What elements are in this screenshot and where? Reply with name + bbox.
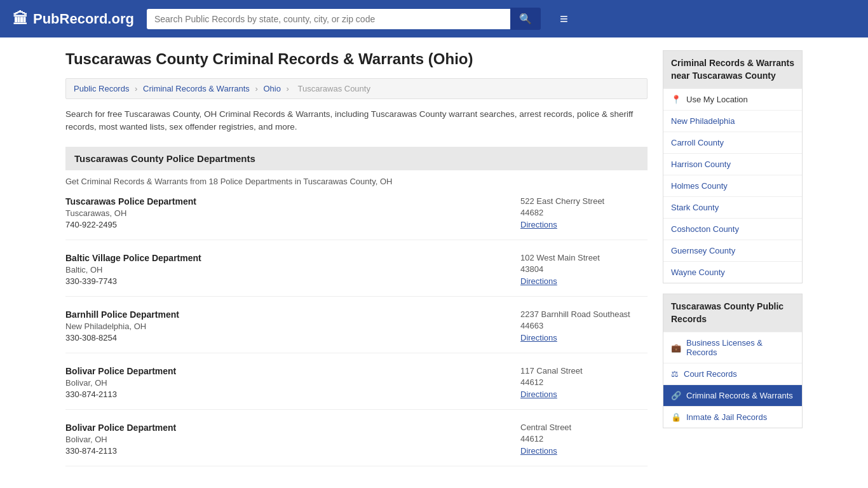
dept-city-state: New Philadelphia, OH xyxy=(65,322,179,331)
record-icon: 🔗 xyxy=(671,391,681,400)
section-header: Tuscarawas County Police Departments xyxy=(65,147,648,170)
directions-link[interactable]: Directions xyxy=(520,446,557,456)
search-bar: 🔍 xyxy=(147,8,541,30)
nearby-item[interactable]: Coshocton County xyxy=(663,218,802,240)
dept-address: 522 East Cherry Street xyxy=(520,196,648,206)
department-entry: Bolivar Police Department Bolivar, OH 33… xyxy=(65,423,648,466)
nearby-item[interactable]: Wayne County xyxy=(663,261,802,283)
dept-directions[interactable]: Directions xyxy=(520,276,648,286)
record-label: Court Records xyxy=(684,369,737,379)
page-container: Tuscarawas County Criminal Records & War… xyxy=(53,37,815,488)
dept-zip: 43804 xyxy=(520,264,648,274)
nearby-box: Criminal Records & Warrants near Tuscara… xyxy=(663,50,803,283)
dept-city-state: Tuscarawas, OH xyxy=(65,208,196,218)
breadcrumb-sep-3: › xyxy=(287,84,289,93)
dept-directions[interactable]: Directions xyxy=(520,332,648,342)
dept-left: Bolivar Police Department Bolivar, OH 33… xyxy=(65,423,176,456)
nearby-item[interactable]: Carroll County xyxy=(663,132,802,153)
breadcrumb-link-criminal-records[interactable]: Criminal Records & Warrants xyxy=(143,84,250,93)
dept-address: 102 West Main Street xyxy=(520,253,648,262)
search-input[interactable] xyxy=(147,9,510,29)
dept-address: 2237 Barnhill Road Southeast xyxy=(520,309,648,319)
public-record-item[interactable]: 🔗Criminal Records & Warrants xyxy=(663,384,802,406)
public-records-title: Tuscarawas County Public Records xyxy=(663,294,802,332)
dept-name: Baltic Village Police Department xyxy=(65,253,201,263)
dept-zip: 44612 xyxy=(520,377,648,387)
department-entry: Tuscarawas Police Department Tuscarawas,… xyxy=(65,196,648,240)
public-record-item[interactable]: 🔒Inmate & Jail Records xyxy=(663,406,802,428)
dept-phone: 330-308-8254 xyxy=(65,333,179,342)
dept-name: Barnhill Police Department xyxy=(65,309,179,320)
department-entry: Bolivar Police Department Bolivar, OH 33… xyxy=(65,366,648,410)
nearby-items-list: New PhiladelphiaCarroll CountyHarrison C… xyxy=(663,110,802,283)
site-header: 🏛 PubRecord.org 🔍 ≡ xyxy=(0,0,868,37)
dept-zip: 44612 xyxy=(520,434,648,444)
main-content: Tuscarawas County Criminal Records & War… xyxy=(65,50,648,479)
dept-right: Central Street 44612 Directions xyxy=(520,423,648,456)
use-my-location[interactable]: 📍 Use My Location xyxy=(663,88,802,110)
dept-left: Baltic Village Police Department Baltic,… xyxy=(65,253,201,286)
department-list: Tuscarawas Police Department Tuscarawas,… xyxy=(65,196,648,466)
dept-phone: 330-874-2113 xyxy=(65,390,176,399)
breadcrumb-current: Tuscarawas County xyxy=(298,84,370,93)
breadcrumb-sep-1: › xyxy=(135,84,137,93)
page-title: Tuscarawas County Criminal Records & War… xyxy=(65,50,648,68)
nearby-item[interactable]: Holmes County xyxy=(663,175,802,196)
directions-link[interactable]: Directions xyxy=(520,220,557,229)
nearby-title: Criminal Records & Warrants near Tuscara… xyxy=(663,51,802,88)
dept-city-state: Bolivar, OH xyxy=(65,378,176,388)
dept-right: 2237 Barnhill Road Southeast 44663 Direc… xyxy=(520,309,648,342)
dept-name: Bolivar Police Department xyxy=(65,366,176,376)
dept-zip: 44663 xyxy=(520,321,648,330)
nearby-item[interactable]: Guernsey County xyxy=(663,240,802,261)
search-button[interactable]: 🔍 xyxy=(510,8,541,30)
nearby-item[interactable]: Stark County xyxy=(663,196,802,218)
section-desc: Get Criminal Records & Warrants from 18 … xyxy=(65,177,648,186)
directions-link[interactable]: Directions xyxy=(520,333,557,342)
location-icon: 📍 xyxy=(671,95,681,104)
dept-directions[interactable]: Directions xyxy=(520,445,648,456)
dept-right: 102 West Main Street 43804 Directions xyxy=(520,253,648,286)
dept-city-state: Baltic, OH xyxy=(65,265,201,274)
dept-left: Tuscarawas Police Department Tuscarawas,… xyxy=(65,196,196,229)
breadcrumb-link-ohio[interactable]: Ohio xyxy=(263,84,280,93)
department-entry: Baltic Village Police Department Baltic,… xyxy=(65,253,648,297)
record-icon: ⚖ xyxy=(671,369,679,379)
nearby-item[interactable]: New Philadelphia xyxy=(663,110,802,132)
dept-directions[interactable]: Directions xyxy=(520,219,648,229)
public-record-item[interactable]: ⚖Court Records xyxy=(663,363,802,384)
directions-link[interactable]: Directions xyxy=(520,276,557,286)
dept-left: Bolivar Police Department Bolivar, OH 33… xyxy=(65,366,176,399)
dept-zip: 44682 xyxy=(520,208,648,217)
use-location-label: Use My Location xyxy=(686,95,748,104)
breadcrumb-link-public-records[interactable]: Public Records xyxy=(74,84,129,93)
dept-name: Bolivar Police Department xyxy=(65,423,176,433)
dept-address: Central Street xyxy=(520,423,648,432)
menu-button[interactable]: ≡ xyxy=(560,11,568,27)
dept-directions[interactable]: Directions xyxy=(520,389,648,399)
dept-phone: 740-922-2495 xyxy=(65,220,196,229)
public-records-list: 💼Business Licenses & Records⚖Court Recor… xyxy=(663,332,802,428)
dept-right: 117 Canal Street 44612 Directions xyxy=(520,366,648,399)
directions-link[interactable]: Directions xyxy=(520,390,557,399)
dept-phone: 330-874-2113 xyxy=(65,446,176,456)
dept-city-state: Bolivar, OH xyxy=(65,435,176,444)
record-icon: 💼 xyxy=(671,343,681,353)
department-entry: Barnhill Police Department New Philadelp… xyxy=(65,309,648,353)
breadcrumb-sep-2: › xyxy=(255,84,258,93)
dept-right: 522 East Cherry Street 44682 Directions xyxy=(520,196,648,229)
dept-left: Barnhill Police Department New Philadelp… xyxy=(65,309,179,342)
public-records-box: Tuscarawas County Public Records 💼Busine… xyxy=(663,294,803,428)
breadcrumb: Public Records › Criminal Records & Warr… xyxy=(65,78,648,99)
logo-text: PubRecord.org xyxy=(33,11,134,27)
dept-address: 117 Canal Street xyxy=(520,366,648,376)
record-label: Inmate & Jail Records xyxy=(686,412,767,422)
dept-phone: 330-339-7743 xyxy=(65,276,201,286)
record-label: Business Licenses & Records xyxy=(686,338,794,357)
sidebar: Criminal Records & Warrants near Tuscara… xyxy=(663,50,803,479)
nearby-item[interactable]: Harrison County xyxy=(663,153,802,175)
dept-name: Tuscarawas Police Department xyxy=(65,196,196,207)
public-record-item[interactable]: 💼Business Licenses & Records xyxy=(663,332,802,363)
record-icon: 🔒 xyxy=(671,412,681,422)
site-logo[interactable]: 🏛 PubRecord.org xyxy=(13,10,134,28)
